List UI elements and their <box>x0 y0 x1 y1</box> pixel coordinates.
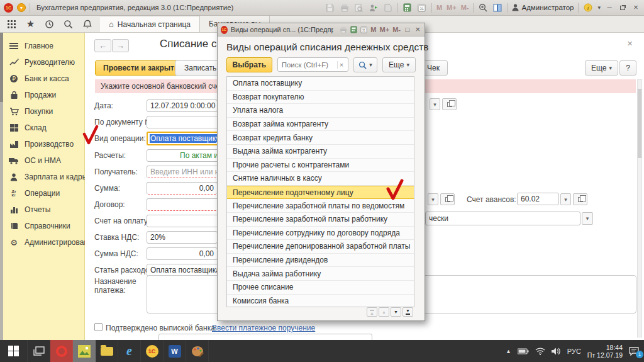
advance-open-icon[interactable] <box>573 193 587 205</box>
document-icon[interactable] <box>383 3 393 13</box>
minimize-button[interactable]: – <box>605 3 614 12</box>
operation-list-item[interactable]: Прочие расчеты с контрагентами <box>227 159 414 173</box>
clipped-bottom-field[interactable] <box>158 334 372 340</box>
forward-button[interactable]: → <box>112 39 129 52</box>
move-bottom-button[interactable]: ▼ <box>402 307 413 317</box>
sidebar-item-sales[interactable]: Продажи <box>0 87 84 103</box>
taskbar-paint-icon[interactable] <box>186 340 209 362</box>
hidden-icons-chevron[interactable]: ▲ <box>506 348 511 354</box>
operation-list-item[interactable]: Возврат займа контрагенту <box>227 118 414 132</box>
dialog-print-icon[interactable] <box>340 26 347 33</box>
post-and-close-button[interactable]: Провести и закрыть <box>95 60 187 76</box>
settl-account-dropdown-icon[interactable]: ▾ <box>428 193 438 205</box>
search-input[interactable] <box>282 61 337 69</box>
vat-amount-field[interactable]: 0,00 <box>147 247 218 260</box>
advance-dropdown-icon[interactable]: ▾ <box>560 193 571 205</box>
dialog-calculator-icon[interactable] <box>350 26 357 33</box>
sidebar-item-manager[interactable]: Руководителю <box>0 54 84 71</box>
debt-repayment-field[interactable]: чески <box>425 212 580 225</box>
repayment-dropdown-icon[interactable]: ▾ <box>582 212 593 225</box>
help-button[interactable]: ? <box>619 60 636 76</box>
operation-list-item[interactable]: Выдача займа контрагенту <box>227 145 414 159</box>
back-button[interactable]: ← <box>94 39 111 52</box>
vat-rate-field[interactable]: 20% <box>147 231 218 244</box>
sidebar-item-operations[interactable]: ДтКт Операции <box>0 185 84 201</box>
operation-list-item[interactable]: Оплата поставщику <box>227 77 414 91</box>
move-down-button[interactable]: ▼ <box>391 307 401 317</box>
operation-list-item[interactable]: Перечисление заработной платы по ведомос… <box>227 199 414 213</box>
operation-list-item[interactable]: Перечисление депонированной заработной п… <box>227 240 414 254</box>
operation-list-item[interactable]: Перечисление сотруднику по договору подр… <box>227 227 414 240</box>
dialog-memory-m-plus[interactable]: M+ <box>380 26 390 33</box>
dialog-close-button[interactable]: × <box>414 25 421 34</box>
menu-grid-icon[interactable] <box>6 19 17 30</box>
amount-field[interactable]: 0,00 <box>147 182 218 195</box>
volume-icon[interactable] <box>552 348 561 355</box>
operation-list-item[interactable]: Перечисление дивидендов <box>227 254 414 268</box>
close-button[interactable]: × <box>631 3 640 12</box>
taskbar-explorer-icon[interactable] <box>96 340 118 362</box>
sidebar-item-main[interactable]: Главное <box>0 38 84 54</box>
sidebar-item-administration[interactable]: ⚙ Администрирование <box>0 234 84 251</box>
clock[interactable]: 18:44 Пт 12.07.19 <box>587 344 623 359</box>
operation-list-item[interactable]: Возврат кредита банку <box>227 131 414 145</box>
dialog-more-button[interactable]: Еще▾ <box>382 57 416 72</box>
memory-m-minus-button[interactable]: M- <box>461 4 469 11</box>
tab-home[interactable]: ⌂ Начальная страница <box>100 16 200 32</box>
user-settings-icon[interactable] <box>369 3 379 13</box>
sidebar-item-reports[interactable]: Отчеты <box>0 201 84 218</box>
restore-button[interactable] <box>618 3 627 12</box>
chevron-down-icon[interactable]: ▾ <box>597 4 601 11</box>
notifications-bell-icon[interactable] <box>82 19 92 30</box>
battery-icon[interactable] <box>518 348 529 354</box>
sidebar-item-fixed-assets[interactable]: ОС и НМА <box>0 152 84 169</box>
operation-list-item[interactable]: Комиссия банка <box>227 295 414 308</box>
dialog-maximize-button[interactable]: □ <box>404 25 411 34</box>
select-button[interactable]: Выбрать <box>226 57 272 72</box>
current-user[interactable]: Администратор <box>512 4 574 11</box>
zoom-icon[interactable] <box>478 3 488 13</box>
calculator-icon[interactable] <box>402 3 413 13</box>
dialog-calendar-icon[interactable]: 31 <box>360 26 367 33</box>
sidebar-item-directories[interactable]: Справочники <box>0 218 84 234</box>
move-top-button[interactable]: ▲ <box>367 307 377 317</box>
print-icon[interactable] <box>340 3 350 13</box>
date-field[interactable]: 12.07.2019 0:00:00 <box>147 99 218 112</box>
dialog-memory-m[interactable]: M <box>370 26 376 33</box>
operation-list-item[interactable]: Уплата налога <box>227 104 414 118</box>
bank-statement-checkbox[interactable] <box>94 323 103 331</box>
dialog-memory-m-minus[interactable]: M- <box>392 26 401 33</box>
save-icon[interactable] <box>325 3 335 13</box>
start-button[interactable] <box>0 340 28 362</box>
task-view-button[interactable] <box>28 340 50 362</box>
info-icon[interactable]: i <box>583 3 593 13</box>
sidebar-item-payroll-hr[interactable]: Зарплата и кадры <box>0 169 84 185</box>
form-scrollbar[interactable] <box>637 79 642 337</box>
taskbar-opera-icon[interactable] <box>50 340 73 362</box>
main-menu-dropdown-icon[interactable]: ▾ <box>17 3 26 12</box>
history-icon[interactable] <box>44 19 55 30</box>
operation-list-item[interactable]: Снятие наличных в кассу <box>227 172 414 186</box>
taskbar-1c-icon[interactable]: 1С <box>141 340 164 362</box>
taskbar-ie-icon[interactable]: e <box>118 340 141 362</box>
operation-list-item[interactable]: Прочее списание <box>227 281 414 295</box>
favorites-star-icon[interactable]: ★ <box>25 19 36 30</box>
sidebar-item-bank-cash[interactable]: ₽ Банк и касса <box>0 71 84 87</box>
advance-account-field[interactable]: 60.02 <box>517 193 559 205</box>
search-options-button[interactable]: ▾ <box>353 57 377 72</box>
sidebar-item-production[interactable]: Производство <box>0 136 84 152</box>
print-preview-icon[interactable] <box>354 3 364 13</box>
enter-payment-order-link[interactable]: Ввести платежное поручение <box>212 324 315 332</box>
form-more-button[interactable]: Еще▾ <box>585 60 618 76</box>
operation-list-item[interactable]: Перечисление заработной платы работнику <box>227 213 414 227</box>
language-indicator[interactable]: РУС <box>567 348 581 355</box>
taskbar-image-viewer-icon[interactable] <box>73 340 96 362</box>
operation-list-item[interactable]: Выдача займа работнику <box>227 267 414 281</box>
sidebar-scrollbar[interactable] <box>0 33 3 340</box>
account-open-icon[interactable] <box>442 98 457 110</box>
sidebar-item-purchases[interactable]: Покупки <box>0 103 84 120</box>
split-view-icon[interactable] <box>492 3 502 13</box>
form-close-icon[interactable]: × <box>627 38 633 48</box>
taskbar-word-icon[interactable]: W <box>164 340 186 362</box>
memory-m-plus-button[interactable]: M+ <box>447 4 457 11</box>
